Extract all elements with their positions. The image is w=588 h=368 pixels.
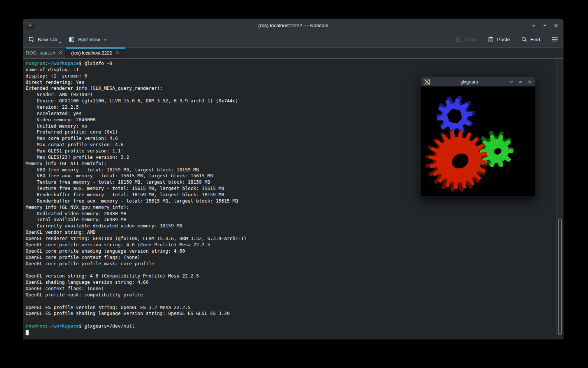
- new-tab-icon: [28, 36, 35, 43]
- terminal-line: ros@ros:~/workspace$ glxinfo -B: [26, 60, 247, 67]
- terminal-line: Currently available dedicated video memo…: [26, 223, 247, 229]
- terminal-line: Max compat profile version: 4.6: [26, 142, 247, 148]
- terminal-line: Vendor: AMD (0x1002): [26, 92, 247, 98]
- toolbar: New Tab Split View Cop: [23, 32, 563, 47]
- terminal-line: Accelerated: yes: [26, 111, 247, 117]
- terminal-line: OpenGL core profile profile mask: core p…: [26, 261, 247, 267]
- glxgears-maximize-button[interactable]: [518, 79, 523, 85]
- terminal-line: [26, 298, 247, 305]
- hamburger-icon: [551, 36, 558, 42]
- scrollbar-track[interactable]: [556, 59, 563, 339]
- terminal-line: OpenGL renderer string: GFX1100 (gfx1100…: [26, 236, 247, 242]
- split-view-label: Split View: [78, 37, 100, 42]
- copy-icon: [456, 36, 462, 43]
- terminal-line: Max GLES1 profile version: 1.1: [26, 148, 247, 154]
- glxgears-window: glxgears: [421, 77, 535, 197]
- tab-label: (ros) localhost:2222: [71, 50, 112, 56]
- split-view-icon: [68, 36, 75, 43]
- terminal-line: VBO free memory - total: 18159 MB, large…: [26, 167, 247, 173]
- red-gear: [425, 129, 488, 192]
- terminal-line: Unified memory: no: [26, 123, 247, 129]
- terminal-line: Preferred profile: core (0x1): [26, 129, 247, 135]
- terminal-line: Memory info (GL_NVX_gpu_memory_info):: [26, 204, 247, 211]
- konsole-app-icon: >: [26, 22, 34, 29]
- terminal-line: [26, 317, 247, 323]
- close-button[interactable]: [553, 23, 559, 29]
- close-icon: [527, 80, 532, 84]
- tab-label: ROS : start.sh: [26, 50, 55, 56]
- window-controls: [531, 19, 559, 32]
- new-tab-caret-icon[interactable]: [58, 39, 62, 45]
- terminal-line: Texture free aux. memory - total: 15615 …: [26, 185, 247, 192]
- terminal-line: OpenGL core profile context flags: (none…: [26, 254, 247, 261]
- glxgears-close-button[interactable]: [527, 79, 532, 85]
- terminal-line: Extended renderer info (GLX_MESA_query_r…: [26, 85, 247, 92]
- chevron-up-icon: [542, 23, 548, 28]
- window-title: (ros) localhost:2222 — Konsole: [23, 23, 563, 28]
- x11-logo-icon: [424, 79, 430, 85]
- blue-gear: [436, 96, 475, 134]
- glxgears-titlebar[interactable]: glxgears: [421, 77, 535, 86]
- terminal-line: OpenGL profile mask: compatibility profi…: [26, 292, 247, 298]
- terminal-line: Device: GFX1100 (gfx1100, LLVM 15.0.6, D…: [26, 98, 247, 104]
- tab-ros-localhost-2222[interactable]: (ros) localhost:2222: [66, 47, 125, 58]
- terminal-line: ros@ros:~/workspace$ glxgears>/dev/null: [26, 323, 247, 329]
- konsole-app-icon-glyph: >: [29, 23, 31, 28]
- split-view-button[interactable]: Split View: [68, 36, 107, 43]
- terminal-line: Memory info (GL_ATI_meminfo):: [26, 161, 247, 167]
- terminal-line: VBO free aux. memory - total: 15615 MB, …: [26, 173, 247, 179]
- terminal-line: Renderbuffer free memory - total: 18159 …: [26, 192, 247, 198]
- terminal-line: OpenGL ES profile version string: OpenGL…: [26, 305, 247, 311]
- terminal-line: display: :1 screen: 0: [26, 73, 247, 79]
- terminal-line: OpenGL shading language version string: …: [26, 279, 247, 286]
- paste-label: Paste: [497, 37, 510, 42]
- glxgears-canvas: [421, 86, 535, 197]
- terminal-line: OpenGL core profile shading language ver…: [26, 248, 247, 254]
- terminal-line: OpenGL core profile version string: 4.6 …: [26, 242, 247, 248]
- new-tab-button[interactable]: New Tab: [28, 36, 57, 43]
- terminal-line: Video memory: 20480MB: [26, 117, 247, 123]
- scrollbar-thumb[interactable]: [558, 218, 562, 335]
- terminal-line: direct rendering: Yes: [26, 79, 247, 86]
- titlebar[interactable]: > (ros) localhost:2222 — Konsole: [23, 19, 563, 32]
- find-label: Find: [530, 37, 540, 42]
- tab-close-icon[interactable]: [115, 50, 119, 56]
- find-icon: [521, 36, 527, 43]
- toolbar-right-group: Copy Paste Find: [456, 36, 558, 43]
- find-button[interactable]: Find: [521, 36, 540, 43]
- copy-button[interactable]: Copy: [456, 36, 477, 43]
- terminal-cursor: [26, 330, 29, 335]
- chevron-down-icon: [509, 80, 513, 84]
- split-view-caret-icon[interactable]: [103, 37, 107, 42]
- maximize-button[interactable]: [542, 23, 548, 29]
- tab-close-icon[interactable]: [58, 50, 62, 56]
- terminal-line: Version: 22.2.5: [26, 104, 247, 111]
- paste-button[interactable]: Paste: [488, 36, 510, 43]
- menu-button[interactable]: [551, 36, 558, 42]
- chevron-down-icon: [531, 23, 536, 28]
- terminal-line: OpenGL context flags: (none): [26, 286, 247, 292]
- terminal-line: Max core profile version: 4.6: [26, 135, 247, 142]
- terminal-line: name of display: :1: [26, 67, 247, 73]
- tab-ros-start-sh[interactable]: ROS : start.sh: [23, 47, 66, 58]
- tab-bar: ROS : start.sh (ros) localhost:2222: [23, 47, 563, 59]
- chevron-up-icon: [518, 80, 523, 84]
- glxgears-minimize-button[interactable]: [509, 79, 514, 85]
- close-icon: [553, 23, 559, 28]
- terminal-line: OpenGL version string: 4.6 (Compatibilit…: [26, 273, 247, 279]
- glxgears-window-title: glxgears: [430, 79, 509, 85]
- terminal-line: Max GLES[23] profile version: 3.2: [26, 154, 247, 161]
- glxgears-window-controls: [509, 79, 532, 85]
- paste-icon: [488, 36, 494, 43]
- terminal-line: [26, 267, 247, 273]
- terminal-line: Total available memory: 36489 MB: [26, 217, 247, 223]
- terminal-line: Renderbuffer free aux. memory - total: 1…: [26, 198, 247, 204]
- terminal-line: Dedicated video memory: 20480 MB: [26, 211, 247, 217]
- terminal-line: OpenGL vendor string: AMD: [26, 229, 247, 236]
- minimize-button[interactable]: [531, 23, 537, 29]
- terminal-line: OpenGL ES profile shading language versi…: [26, 310, 247, 317]
- new-tab-label: New Tab: [38, 37, 57, 42]
- terminal-line: Texture free memory - total: 18159 MB, l…: [26, 179, 247, 185]
- terminal-text: ros@ros:~/workspace$ glxinfo -Bname of d…: [26, 60, 247, 335]
- copy-label: Copy: [465, 37, 477, 42]
